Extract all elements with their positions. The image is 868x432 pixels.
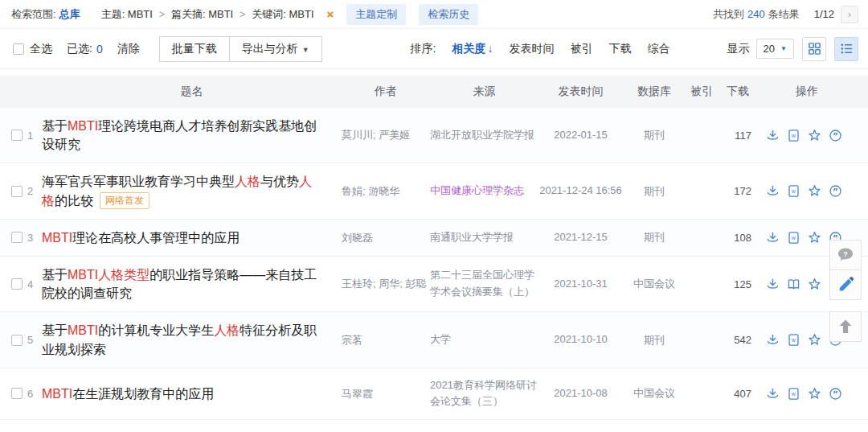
sort-option[interactable]: 相关度↓ — [452, 42, 493, 56]
row-checkbox[interactable] — [11, 388, 23, 399]
favorite-star-icon[interactable] — [808, 333, 821, 347]
help-bubble-icon: ? — [835, 245, 856, 265]
html-read-icon[interactable]: w — [787, 231, 800, 245]
favorite-star-icon[interactable] — [808, 184, 821, 198]
source-link[interactable]: 大学 — [430, 331, 538, 348]
sort-option[interactable]: 综合 — [648, 42, 670, 56]
help-button[interactable]: ? — [829, 240, 862, 270]
favorite-star-icon[interactable] — [808, 129, 821, 142]
download-icon[interactable] — [766, 387, 780, 401]
back-to-top-button[interactable] — [829, 311, 862, 342]
cite-quote-icon[interactable]: ” — [829, 387, 842, 401]
title-cell: 基于MBTI理论跨境电商人才培养创新实践基地创设研究 — [42, 117, 342, 154]
source-link[interactable]: 第二十三届全国心理学学术会议摘要集（上） — [430, 267, 538, 301]
authors[interactable]: 刘晓磊 — [342, 230, 430, 246]
authors[interactable]: 马翠霞 — [342, 386, 430, 402]
download-icon[interactable] — [766, 129, 780, 142]
sort-direction-arrow: ↓ — [488, 42, 493, 55]
authors[interactable]: 鲁娟; 游晓华 — [342, 183, 430, 200]
next-page-button[interactable]: › — [841, 6, 858, 23]
sort-option[interactable]: 被引 — [571, 42, 593, 56]
search-results-page: 检索范围: 总库 主题: MBTI>篇关摘: MBTI>关键词: MBTI × … — [0, 0, 868, 432]
download-icon[interactable] — [766, 278, 780, 291]
download-count: 108 — [718, 232, 758, 244]
source-link[interactable]: 中国健康心理学杂志 — [430, 183, 538, 200]
grid-view-button[interactable] — [802, 37, 826, 61]
export-analyze-button[interactable]: 导出与分析▼ — [229, 36, 322, 62]
row-select-cell: 5 — [0, 334, 42, 346]
selected-label: 已选: — [67, 42, 92, 56]
download-count: 117 — [718, 130, 758, 142]
breadcrumb-item[interactable]: 主题: MBTI — [101, 7, 153, 22]
title-highlight: 人格 — [214, 323, 240, 337]
favorite-star-icon[interactable] — [808, 387, 821, 401]
table-row: 2 海军官兵军事职业教育学习中典型人格与优势人格的比较网络首发 鲁娟; 游晓华 … — [0, 163, 868, 219]
cite-quote-icon[interactable]: ” — [829, 184, 842, 198]
authors[interactable]: 王桂玲; 周华; 彭聪 — [342, 276, 430, 292]
row-checkbox[interactable] — [11, 278, 23, 290]
database-type: 期刊 — [623, 333, 686, 348]
row-checkbox[interactable] — [11, 232, 23, 243]
close-icon[interactable]: × — [327, 7, 334, 21]
html-read-icon[interactable]: w — [787, 387, 800, 401]
publish-date: 2021-10-10 — [538, 331, 623, 348]
favorite-star-icon[interactable] — [808, 278, 821, 291]
source-link[interactable]: 湖北开放职业学院学报 — [430, 127, 538, 144]
page-size-select[interactable]: 20 ▼ — [756, 39, 794, 59]
svg-text:w: w — [791, 391, 796, 397]
favorite-star-icon[interactable] — [808, 231, 821, 245]
batch-download-button[interactable]: 批量下载 — [159, 36, 230, 62]
source-link[interactable]: 2021教育科学网络研讨会论文集（三） — [430, 377, 538, 411]
row-index: 5 — [27, 334, 33, 346]
cite-quote-icon[interactable]: ” — [829, 129, 842, 142]
result-title-link[interactable]: 基于MBTI理论跨境电商人才培养创新实践基地创设研究 — [42, 119, 317, 151]
row-select-cell: 2 — [0, 185, 42, 197]
column-header-author: 作者 — [342, 84, 430, 99]
title-text: 基于 — [42, 119, 68, 133]
source-link[interactable]: 南通职业大学学报 — [430, 229, 538, 246]
search-history-button[interactable]: 检索历史 — [419, 4, 478, 25]
row-select-cell: 1 — [0, 130, 42, 142]
html-read-icon[interactable]: w — [787, 333, 800, 347]
list-view-button[interactable] — [834, 37, 858, 61]
clear-selection-button[interactable]: 清除 — [117, 42, 140, 56]
authors[interactable]: 莫川川; 严美姬 — [342, 127, 430, 143]
select-all-checkbox[interactable] — [13, 43, 24, 55]
download-icon[interactable] — [766, 231, 780, 245]
download-icon[interactable] — [766, 333, 780, 347]
html-read-icon[interactable]: w — [787, 184, 800, 198]
column-header-cited: 被引 — [686, 84, 718, 99]
table-row: 5 基于MBTI的计算机专业大学生人格特征分析及职业规划探索 宗茗 大学 202… — [0, 312, 868, 368]
result-title-link[interactable]: MBTI在生涯规划教育中的应用 — [42, 387, 214, 401]
row-checkbox[interactable] — [11, 335, 23, 346]
result-title-link[interactable]: MBTI理论在高校人事管理中的应用 — [42, 231, 240, 245]
title-text: 在生涯规划教育中的应用 — [72, 387, 214, 401]
html-read-icon[interactable]: w — [787, 129, 800, 142]
row-checkbox[interactable] — [11, 130, 23, 141]
svg-text:?: ? — [843, 249, 848, 258]
result-title-link[interactable]: 基于MBTI人格类型的职业指导策略——来自技工院校的调查研究 — [42, 268, 317, 300]
topic-custom-button[interactable]: 主题定制 — [346, 4, 406, 25]
breadcrumb-item[interactable]: 篇关摘: MBTI — [171, 7, 233, 22]
sort-option[interactable]: 发表时间 — [510, 42, 555, 56]
authors[interactable]: 宗茗 — [342, 332, 430, 348]
database-type: 期刊 — [623, 128, 686, 142]
download-icon[interactable] — [766, 184, 780, 198]
publish-date: 2022-01-15 — [538, 127, 623, 144]
scope-value-link[interactable]: 总库 — [59, 7, 80, 22]
result-title-link[interactable]: 基于MBTI的计算机专业大学生人格特征分析及职业规划探索 — [42, 323, 317, 356]
table-row: 3 MBTI理论在高校人事管理中的应用 刘晓磊 南通职业大学学报 2021-12… — [0, 220, 868, 257]
svg-text:”: ” — [833, 130, 838, 140]
sort-option[interactable]: 下载 — [609, 42, 632, 56]
row-checkbox[interactable] — [11, 186, 23, 197]
select-all-label[interactable]: 全选 — [30, 42, 52, 56]
title-cell: 基于MBTI人格类型的职业指导策略——来自技工院校的调查研究 — [42, 265, 342, 302]
breadcrumb: 主题: MBTI>篇关摘: MBTI>关键词: MBTI — [101, 7, 314, 22]
download-count: 407 — [718, 388, 758, 400]
breadcrumb-item[interactable]: 关键词: MBTI — [252, 7, 313, 22]
result-title-link[interactable]: 海军官兵军事职业教育学习中典型人格与优势人格的比较网络首发 — [42, 175, 312, 207]
book-read-icon[interactable] — [787, 278, 800, 291]
operations-cell: w” — [758, 129, 856, 142]
note-pencil-button[interactable] — [829, 269, 862, 300]
download-count: 125 — [718, 278, 758, 290]
